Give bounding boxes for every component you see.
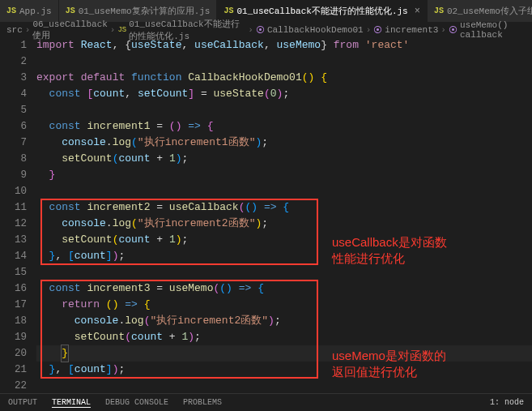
panel-tab-output[interactable]: OUTPUT xyxy=(8,398,37,407)
tab-label: 01_useMemo复杂计算的应用.js xyxy=(79,5,211,17)
tab-label: 01_useCallback不能进行的性能优化.js xyxy=(236,5,407,17)
tab-label: 02_useMemo传入子组件应用类型 xyxy=(447,5,532,17)
js-icon: JS xyxy=(66,6,75,15)
tab-usecallback[interactable]: JS 01_useCallback不能进行的性能优化.js × xyxy=(217,0,427,22)
code-content[interactable]: import React, {useState, useCallback, us… xyxy=(36,37,532,410)
terminal-selector[interactable]: 1: node xyxy=(490,398,524,407)
close-icon[interactable]: × xyxy=(415,6,420,17)
breadcrumb: src › 06_useCallback使用 › JS 01_useCallba… xyxy=(0,23,532,37)
chevron-right-icon: › xyxy=(366,25,372,35)
tab-usememo2[interactable]: JS 02_useMemo传入子组件应用类型 xyxy=(428,0,532,22)
js-icon: JS xyxy=(117,26,126,34)
function-icon: ⦿ xyxy=(256,25,265,36)
chevron-right-icon: › xyxy=(110,25,116,35)
panel-tab-debug[interactable]: DEBUG CONSOLE xyxy=(105,398,168,407)
annotation-usememo: useMemo是对函数的 返回值进行优化 xyxy=(332,348,446,379)
crumb[interactable]: CallbackHookDemo01 xyxy=(267,25,364,35)
panel-tab-terminal[interactable]: TERMINAL xyxy=(52,398,91,408)
line-numbers: 1234567891011121314151617181920212223 xyxy=(0,37,36,410)
code-editor[interactable]: 1234567891011121314151617181920212223 im… xyxy=(0,37,532,410)
js-icon: JS xyxy=(6,6,16,15)
js-icon: JS xyxy=(434,6,444,15)
function-icon: ⦿ xyxy=(449,25,458,36)
bottom-panel-tabs: OUTPUT TERMINAL DEBUG CONSOLE PROBLEMS 1… xyxy=(0,393,532,411)
chevron-right-icon: › xyxy=(25,25,31,35)
chevron-right-icon: › xyxy=(440,25,446,35)
js-icon: JS xyxy=(223,6,233,15)
panel-tab-problems[interactable]: PROBLEMS xyxy=(183,398,222,407)
chevron-right-icon: › xyxy=(248,25,253,35)
annotation-usecallback: useCallback是对函数 性能进行优化 xyxy=(332,234,447,266)
crumb[interactable]: increment3 xyxy=(385,25,438,35)
crumb[interactable]: src xyxy=(6,25,23,35)
function-icon: ⦿ xyxy=(373,25,382,36)
tab-label: App.js xyxy=(19,6,52,16)
